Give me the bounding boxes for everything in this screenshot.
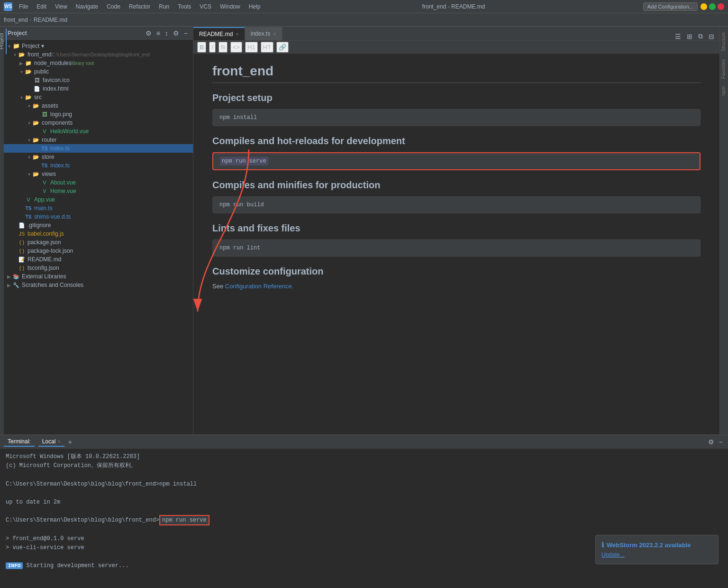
expand-arrow[interactable]: ▶ bbox=[6, 274, 12, 279]
right-vertical-tabs[interactable]: Structure Favorites npm bbox=[720, 28, 728, 99]
menu-view[interactable]: View bbox=[51, 2, 71, 11]
terminal-content[interactable]: Microsoft Windows [版本 10.0.22621.2283] (… bbox=[0, 449, 728, 588]
view-split-icon[interactable]: ⧉ bbox=[697, 32, 704, 40]
editor-tabs[interactable]: README.md × index.ts × ☰ ⊞ ⧉ ⊟ bbox=[193, 27, 719, 41]
expand-arrow[interactable]: ▾ bbox=[18, 69, 25, 74]
expand-arrow[interactable]: ▾ bbox=[26, 120, 32, 126]
tree-item-app-vue[interactable]: V App.vue bbox=[4, 195, 193, 204]
expand-arrow[interactable]: ▾ bbox=[26, 155, 32, 160]
minus-icon[interactable]: − bbox=[182, 29, 189, 37]
tree-label: index.ts bbox=[50, 145, 70, 152]
breadcrumb-root[interactable]: front_end bbox=[4, 17, 28, 23]
panel-tools[interactable]: ⚙ ≡ ↕ ⚙ − bbox=[144, 29, 189, 37]
close-button[interactable] bbox=[718, 3, 724, 10]
tree-item-scratches[interactable]: ▶ 🔧 Scratches and Consoles bbox=[4, 281, 193, 289]
breadcrumb-bar: front_end › README.md bbox=[0, 13, 728, 27]
link-button[interactable]: 🔗 bbox=[276, 42, 289, 53]
npm-tab[interactable]: npm bbox=[720, 83, 728, 99]
tree-item-package-json[interactable]: { } package.json bbox=[4, 238, 193, 247]
update-link[interactable]: Update... bbox=[601, 551, 625, 558]
window-controls[interactable] bbox=[701, 3, 724, 10]
tree-item-main-ts[interactable]: TS main.ts bbox=[4, 204, 193, 212]
code-button[interactable]: <> bbox=[230, 42, 242, 53]
tree-item-project[interactable]: ▾ 📁 Project ▾ bbox=[4, 42, 193, 50]
tree-item-logo[interactable]: 🖼 logo.png bbox=[4, 110, 193, 119]
tree-item-package-lock[interactable]: { } package-lock.json bbox=[4, 247, 193, 255]
expand-arrow[interactable]: ▾ bbox=[26, 103, 32, 109]
tree-item-about[interactable]: V About.vue bbox=[4, 178, 193, 187]
expand-arrow[interactable]: ▾ bbox=[26, 138, 32, 143]
sort-icon[interactable]: ↕ bbox=[164, 29, 170, 37]
terminal-add-button[interactable]: + bbox=[68, 438, 72, 446]
cog-icon[interactable]: ⚙ bbox=[144, 29, 153, 37]
tree-item-router[interactable]: ▾ 📂 router bbox=[4, 136, 193, 144]
gear-icon[interactable]: ⚙ bbox=[172, 29, 181, 37]
tree-item-components[interactable]: ▾ 📂 components bbox=[4, 119, 193, 127]
file-tree[interactable]: ▾ 📁 Project ▾ ▾ 📂 front_end C:\Users\Ste… bbox=[4, 40, 193, 434]
tree-item-helloworld[interactable]: V HelloWorld.vue bbox=[4, 127, 193, 136]
config-link[interactable]: Configuration Reference. bbox=[225, 283, 294, 290]
tree-item-tsconfig[interactable]: { } tsconfig.json bbox=[4, 264, 193, 272]
tree-item-external-libs[interactable]: ▶ 📚 External Libraries bbox=[4, 272, 193, 281]
menu-bar[interactable]: File Edit View Navigate Code Refactor Ru… bbox=[15, 2, 264, 11]
tree-item-index-ts-router[interactable]: TS index.ts bbox=[4, 144, 193, 153]
menu-code[interactable]: Code bbox=[103, 2, 124, 11]
favorites-tab[interactable]: Favorites bbox=[720, 55, 728, 83]
tree-item-store[interactable]: ▾ 📂 store bbox=[4, 153, 193, 161]
minimize-button[interactable] bbox=[701, 3, 707, 10]
view-grid-icon[interactable]: ⊞ bbox=[685, 33, 694, 40]
terminal-minimize-icon[interactable]: − bbox=[718, 438, 724, 446]
tab-index-ts[interactable]: index.ts × bbox=[245, 27, 282, 40]
menu-run[interactable]: Run bbox=[155, 2, 173, 11]
structure-tab[interactable]: Structure bbox=[720, 28, 728, 55]
view-list-icon[interactable]: ☰ bbox=[673, 33, 682, 40]
expand-arrow[interactable]: ▾ bbox=[18, 95, 25, 100]
strikethrough-button[interactable]: S bbox=[218, 42, 228, 53]
tree-item-assets[interactable]: ▾ 📂 assets bbox=[4, 101, 193, 110]
tree-item-index-html[interactable]: 📄 index.html bbox=[4, 84, 193, 93]
italic-button[interactable]: I bbox=[209, 42, 216, 53]
ht-button[interactable]: HT bbox=[261, 42, 273, 53]
tree-item-node-modules[interactable]: ▶ 📁 node_modules library root bbox=[4, 59, 193, 67]
tree-item-home[interactable]: V Home.vue bbox=[4, 187, 193, 195]
h1-button[interactable]: H1 bbox=[245, 42, 258, 53]
menu-help[interactable]: Help bbox=[245, 2, 264, 11]
expand-arrow[interactable]: ▶ bbox=[6, 283, 12, 288]
view-columns-icon[interactable]: ⊟ bbox=[707, 33, 716, 40]
terminal-settings-icon[interactable]: ⚙ bbox=[707, 438, 716, 446]
tree-item-favicon[interactable]: 🖼 favicon.ico bbox=[4, 76, 193, 84]
tree-item-store-index[interactable]: TS index.ts bbox=[4, 161, 193, 170]
bold-button[interactable]: B bbox=[197, 42, 206, 53]
tree-item-src[interactable]: ▾ 📂 src bbox=[4, 93, 193, 101]
terminal-tools[interactable]: ⚙ − bbox=[707, 438, 724, 446]
menu-window[interactable]: Window bbox=[216, 2, 244, 11]
menu-refactor[interactable]: Refactor bbox=[125, 2, 154, 11]
menu-file[interactable]: File bbox=[15, 2, 32, 11]
list-icon[interactable]: ≡ bbox=[155, 29, 162, 37]
expand-arrow[interactable]: ▶ bbox=[18, 61, 25, 66]
expand-arrow[interactable]: ▾ bbox=[11, 52, 18, 57]
expand-arrow[interactable]: ▾ bbox=[6, 44, 12, 49]
tab-readme[interactable]: README.md × bbox=[193, 27, 245, 40]
menu-tools[interactable]: Tools bbox=[174, 2, 195, 11]
tree-item-views[interactable]: ▾ 📂 views bbox=[4, 170, 193, 178]
terminal-tab-local[interactable]: Local × bbox=[38, 437, 64, 447]
breadcrumb-file[interactable]: README.md bbox=[34, 17, 67, 23]
tree-item-babel[interactable]: JS babel.config.js bbox=[4, 230, 193, 238]
terminal-tab-main[interactable]: Terminal: bbox=[4, 437, 35, 447]
menu-edit[interactable]: Edit bbox=[33, 2, 50, 11]
maximize-button[interactable] bbox=[709, 3, 716, 10]
tree-item-gitignore[interactable]: 📄 .gitignore bbox=[4, 221, 193, 230]
tree-item-frontend[interactable]: ▾ 📂 front_end C:\Users\Sterman\Desktop\b… bbox=[4, 50, 193, 59]
tab-readme-close[interactable]: × bbox=[236, 31, 238, 37]
tab-index-close[interactable]: × bbox=[273, 31, 276, 37]
menu-vcs[interactable]: VCS bbox=[196, 2, 215, 11]
menu-navigate[interactable]: Navigate bbox=[72, 2, 102, 11]
expand-arrow[interactable]: ▾ bbox=[26, 172, 32, 177]
tree-item-readme[interactable]: 📝 README.md bbox=[4, 255, 193, 264]
tree-item-shims[interactable]: TS shims-vue.d.ts bbox=[4, 212, 193, 221]
terminal-tab-close[interactable]: × bbox=[57, 439, 60, 444]
run-config-btn[interactable]: Add Configuration... bbox=[643, 2, 698, 11]
project-tab[interactable]: Project bbox=[0, 28, 7, 54]
tree-item-public[interactable]: ▾ 📂 public bbox=[4, 67, 193, 76]
